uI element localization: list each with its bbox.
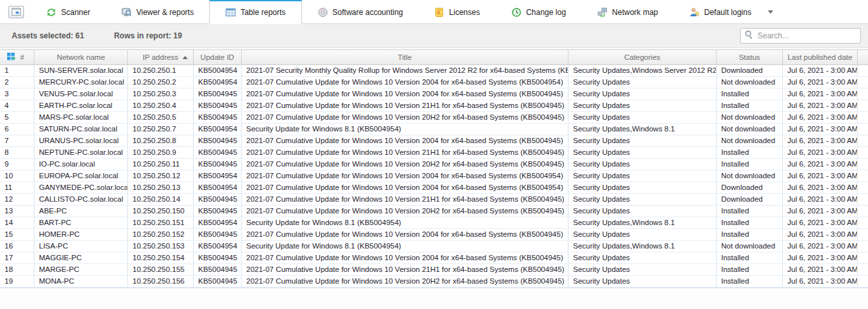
cell-date: Jul 6, 2021 - 3:00 AM (783, 65, 858, 76)
cell-date: Jul 6, 2021 - 3:00 AM (783, 264, 858, 275)
tab-network-map[interactable]: Network map (581, 0, 674, 23)
table-row[interactable]: 18 MARGE-PC 10.250.250.155 KB5004945 202… (0, 264, 868, 276)
cell-title: 2021-07 Cumulative Update for Windows 10… (242, 252, 568, 263)
cell-row-number: 1 (0, 65, 34, 76)
column-header-title[interactable]: Title (242, 50, 568, 64)
license-document-icon (434, 7, 444, 18)
cell-date: Jul 6, 2021 - 3:00 AM (783, 170, 858, 181)
table-row[interactable]: 10 EUROPA-PC.solar.local 10.250.250.12 K… (0, 170, 868, 182)
tab-licenses[interactable]: Licenses (418, 0, 495, 23)
tab-label: Scanner (61, 8, 90, 17)
tab-software-accounting[interactable]: Software accounting (302, 0, 419, 23)
cell-title: 2021-07 Cumulative Update for Windows 10… (242, 147, 568, 158)
cell-update-id: KB5004945 (194, 206, 242, 217)
column-header-update-id[interactable]: Update ID (194, 50, 242, 64)
search-box[interactable] (740, 28, 861, 44)
cell-status: Installed (717, 229, 783, 240)
cell-title: 2021-07 Cumulative Update for Windows 10… (242, 112, 568, 123)
cell-ip-address: 10.250.250.151 (128, 217, 194, 228)
table-row[interactable]: 6 SATURN-PC.solar.local 10.250.250.7 KB5… (0, 124, 868, 135)
cell-ip-address: 10.250.250.3 (128, 88, 194, 100)
cell-update-id: KB5004945 (194, 276, 242, 287)
tab-scanner[interactable]: Scanner (31, 0, 106, 23)
table-row[interactable]: 17 MAGGIE-PC 10.250.250.154 KB5004945 20… (0, 252, 868, 264)
column-header-last-published-date[interactable]: Last published date (783, 50, 858, 64)
panel-toggle-button[interactable] (8, 6, 24, 18)
cell-categories: Security Updates (568, 112, 717, 123)
tab-change-log[interactable]: Change log (496, 0, 581, 23)
column-header-number[interactable]: # (0, 50, 34, 64)
cell-categories: Security Updates (568, 182, 717, 193)
cell-network-name: NEPTUNE-PC.solar.local (34, 147, 128, 158)
cell-ip-address: 10.250.250.156 (128, 276, 194, 287)
cell-network-name: URANUS-PC.solar.local (34, 135, 128, 146)
cell-ip-address: 10.250.250.150 (128, 206, 194, 217)
table-row[interactable]: 16 LISA-PC 10.250.250.153 KB5004954 Secu… (0, 241, 868, 252)
cell-filler (858, 206, 868, 217)
table-row[interactable]: 15 HOMER-PC 10.250.250.152 KB5004945 202… (0, 229, 868, 241)
cell-network-name: LISA-PC (34, 241, 128, 252)
cell-title: Security Update for Windows 8.1 (KB50049… (242, 217, 568, 228)
cell-network-name: HOMER-PC (34, 229, 128, 240)
cell-title: 2021-07 Cumulative Update for Windows 10… (242, 194, 568, 205)
cell-categories: Security Updates,Windows 8.1 (568, 124, 717, 135)
tab-table-reports[interactable]: Table reports (209, 0, 301, 24)
table-row[interactable]: 7 URANUS-PC.solar.local 10.250.250.8 KB5… (0, 135, 868, 147)
table-row[interactable]: 11 GANYMEDE-PC.solar.local 10.250.250.13… (0, 182, 868, 194)
cell-title: 2021-07 Cumulative Update for Windows 10… (242, 135, 568, 146)
cell-network-name: ABE-PC (34, 206, 128, 217)
table-row[interactable]: 5 MARS-PC.solar.local 10.250.250.5 KB500… (0, 112, 868, 124)
cell-update-id: KB5004954 (194, 182, 242, 193)
cell-title: Security Update for Windows 8.1 (KB50049… (242, 124, 568, 135)
table-row[interactable]: 3 VENUS-PC.solar.local 10.250.250.3 KB50… (0, 88, 868, 100)
column-label: Network name (57, 53, 105, 61)
cell-status: Installed (717, 264, 783, 275)
cell-date: Jul 6, 2021 - 3:00 AM (783, 217, 858, 228)
column-header-network-name[interactable]: Network name (34, 50, 128, 64)
cell-row-number: 4 (0, 100, 34, 111)
cell-categories: Security Updates (568, 252, 717, 263)
tab-default-logins[interactable]: Default logins (674, 0, 767, 23)
table-row[interactable]: 8 NEPTUNE-PC.solar.local 10.250.250.9 KB… (0, 147, 868, 159)
table-row[interactable]: 1 SUN-SERVER.solar.local 10.250.250.1 KB… (0, 65, 868, 77)
column-label: Categories (624, 53, 661, 61)
cell-network-name: MERCURY-PC.solar.local (34, 77, 128, 88)
cell-network-name: MAGGIE-PC (34, 252, 128, 263)
cell-status: Installed (717, 147, 783, 158)
column-header-ip-address[interactable]: IP address (128, 50, 194, 64)
cell-filler (858, 217, 868, 228)
cell-update-id: KB5004954 (194, 124, 242, 135)
cell-update-id: KB5004945 (194, 147, 242, 158)
cell-network-name: VENUS-PC.solar.local (34, 88, 128, 100)
cell-status: Installed (717, 100, 783, 111)
cell-title: 2021-07 Cumulative Update for Windows 10… (242, 88, 568, 100)
table-row[interactable]: 4 EARTH-PC.solar.local 10.250.250.4 KB50… (0, 100, 868, 112)
table-row[interactable]: 19 MONA-PC 10.250.250.156 KB5004945 2021… (0, 276, 868, 288)
sort-ascending-icon (183, 56, 188, 59)
cell-categories: Security Updates,Windows Server 2012 R2 (568, 65, 717, 76)
cell-update-id: KB5004945 (194, 159, 242, 170)
column-header-status[interactable]: Status (717, 50, 783, 64)
search-input[interactable] (758, 31, 858, 40)
cell-row-number: 6 (0, 124, 34, 135)
cell-update-id: KB5004945 (194, 194, 242, 205)
cell-filler (858, 77, 868, 88)
table-row[interactable]: 14 BART-PC 10.250.250.151 KB5004954 Secu… (0, 217, 868, 229)
cell-status: Not downloaded (717, 241, 783, 252)
cell-row-number: 13 (0, 206, 34, 217)
table-row[interactable]: 12 CALLISTO-PC.solar.local 10.250.250.14… (0, 194, 868, 206)
table-row[interactable]: 2 MERCURY-PC.solar.local 10.250.250.2 KB… (0, 77, 868, 88)
cell-date: Jul 6, 2021 - 3:00 AM (783, 100, 858, 111)
column-label: Update ID (201, 53, 235, 61)
table-row[interactable]: 13 ABE-PC 10.250.250.150 KB5004945 2021-… (0, 206, 868, 217)
report-toolbar: Assets selected: 61 Rows in report: 19 (0, 24, 868, 48)
cell-status: Not downloaded (717, 170, 783, 181)
cell-row-number: 7 (0, 135, 34, 146)
column-label: Status (739, 53, 760, 61)
column-header-categories[interactable]: Categories (568, 50, 717, 64)
table-row[interactable]: 9 IO-PC.solar.local 10.250.250.11 KB5004… (0, 159, 868, 170)
default-logins-dropdown[interactable] (767, 0, 782, 23)
tab-viewer-reports[interactable]: Viewer & reports (106, 0, 209, 23)
cell-update-id: KB5004945 (194, 88, 242, 100)
cell-network-name: EARTH-PC.solar.local (34, 100, 128, 111)
